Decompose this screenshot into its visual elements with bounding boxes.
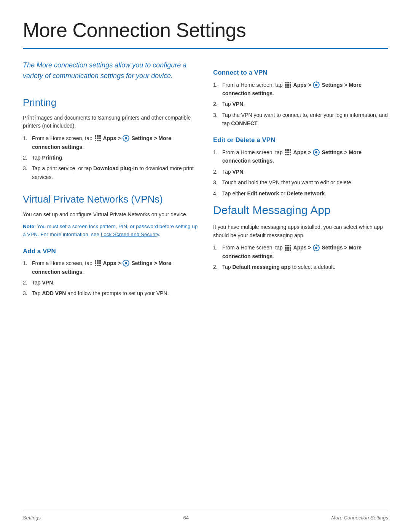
step-item: 3. Tap ADD VPN and follow the prompts to…	[23, 289, 198, 297]
svg-point-29	[125, 262, 127, 264]
svg-rect-65	[290, 154, 291, 155]
svg-rect-42	[287, 84, 289, 86]
step-content: Tap either Edit network or Delete networ…	[222, 189, 388, 198]
page-title: More Connection Settings	[23, 15, 388, 45]
svg-point-71	[319, 152, 320, 153]
svg-rect-6	[95, 140, 96, 141]
svg-point-74	[318, 150, 319, 151]
svg-point-11	[126, 135, 126, 136]
step-content: From a Home screen, tap	[222, 81, 388, 98]
svg-rect-63	[285, 154, 287, 155]
step-content: From a Home screen, tap	[222, 243, 388, 260]
svg-point-36	[128, 261, 129, 262]
svg-rect-83	[287, 249, 289, 251]
svg-point-55	[318, 82, 319, 83]
svg-rect-81	[290, 247, 291, 249]
svg-point-73	[318, 154, 319, 155]
default-messaging-description: If you have multiple messaging apps inst…	[213, 223, 388, 240]
svg-point-16	[128, 140, 129, 141]
apps-icon	[285, 244, 292, 251]
svg-point-90	[319, 247, 320, 248]
edit-vpn-steps: 1. From a Home screen, tap	[213, 148, 388, 198]
printing-description: Print images and documents to Samsung pr…	[23, 114, 198, 130]
svg-point-15	[124, 136, 124, 137]
svg-rect-43	[290, 84, 291, 86]
step-content: Tap VPN.	[222, 100, 388, 108]
step-item: 2. Tap Default messaging app to select a…	[213, 263, 388, 271]
svg-rect-45	[287, 86, 289, 88]
svg-rect-26	[97, 265, 99, 266]
step-content: Tap VPN.	[32, 278, 198, 287]
svg-rect-61	[287, 152, 289, 153]
svg-point-87	[316, 244, 317, 245]
apps-icon	[285, 81, 292, 88]
svg-point-33	[129, 263, 129, 264]
add-vpn-steps: 1. From a Home screen, tap	[23, 259, 198, 298]
svg-rect-7	[97, 140, 99, 141]
step-item: 2. Tap VPN.	[23, 278, 198, 287]
vpn-note: Note: You must set a screen lock pattern…	[23, 223, 198, 239]
svg-rect-19	[95, 260, 96, 262]
svg-rect-76	[285, 245, 287, 246]
settings-icon	[313, 81, 320, 88]
step-content: Tap ADD VPN and follow the prompts to se…	[32, 289, 198, 297]
step-num: 2.	[23, 278, 30, 287]
svg-point-13	[123, 138, 124, 139]
svg-point-32	[123, 263, 124, 264]
step-num: 3.	[213, 111, 220, 128]
step-content: Tap the VPN you want to connect to, ente…	[222, 111, 388, 128]
step-content: From a Home screen, tap	[32, 134, 198, 151]
svg-rect-3	[95, 137, 96, 139]
footer-right: More Connection Settings	[331, 514, 388, 522]
step-content: Touch and hold the VPN that you want to …	[222, 178, 388, 187]
apps-icon	[94, 135, 101, 142]
right-column: Connect to a VPN 1. From a Home screen, …	[213, 60, 388, 302]
svg-rect-62	[290, 152, 291, 153]
svg-point-37	[124, 265, 124, 266]
connect-vpn-subtitle: Connect to a VPN	[213, 68, 388, 78]
step-num: 1.	[23, 259, 30, 276]
svg-point-18	[124, 140, 124, 141]
svg-rect-58	[287, 149, 289, 151]
intro-text: The More connection settings allow you t…	[23, 60, 198, 81]
title-divider	[23, 48, 388, 49]
settings-icon	[313, 149, 320, 156]
left-column: The More connection settings allow you t…	[23, 60, 198, 302]
step-num: 3.	[213, 178, 220, 187]
svg-rect-25	[95, 265, 96, 266]
footer-page-number: 64	[183, 514, 188, 522]
svg-rect-79	[285, 247, 287, 249]
page: More Connection Settings The More connec…	[0, 0, 411, 532]
svg-rect-39	[287, 82, 289, 83]
settings-icon	[123, 260, 129, 267]
step-item: 3. Touch and hold the VPN that you want …	[213, 178, 388, 187]
apps-icon	[94, 260, 101, 267]
svg-point-93	[318, 245, 319, 246]
step-item: 1. From a Home screen, tap	[213, 81, 388, 98]
svg-point-89	[313, 247, 314, 248]
svg-point-53	[314, 82, 315, 83]
two-column-layout: The More connection settings allow you t…	[23, 60, 388, 302]
svg-rect-5	[99, 137, 101, 139]
step-item: 2. Tap VPN.	[213, 100, 388, 108]
step-item: 3. Tap a print service, or tap Download …	[23, 164, 198, 181]
vpn-description: You can set up and configure Virtual Pri…	[23, 211, 198, 219]
svg-rect-64	[287, 154, 289, 155]
step-content: Tap Printing.	[32, 153, 198, 162]
svg-rect-1	[97, 135, 99, 137]
lock-screen-link[interactable]: Lock Screen and Security	[101, 232, 159, 237]
svg-rect-40	[290, 82, 291, 83]
step-item: 4. Tap either Edit network or Delete net…	[213, 189, 388, 198]
step-content: From a Home screen, tap	[32, 259, 198, 276]
printing-title: Printing	[23, 95, 198, 110]
svg-rect-20	[97, 260, 99, 262]
svg-point-92	[318, 249, 319, 250]
svg-rect-22	[95, 262, 96, 264]
svg-rect-44	[285, 86, 287, 88]
step-num: 2.	[213, 168, 220, 176]
printing-steps: 1. From a Home screen, tap	[23, 134, 198, 181]
svg-rect-4	[97, 137, 99, 139]
svg-rect-38	[285, 82, 287, 83]
svg-point-14	[129, 138, 129, 139]
svg-rect-46	[290, 86, 291, 88]
